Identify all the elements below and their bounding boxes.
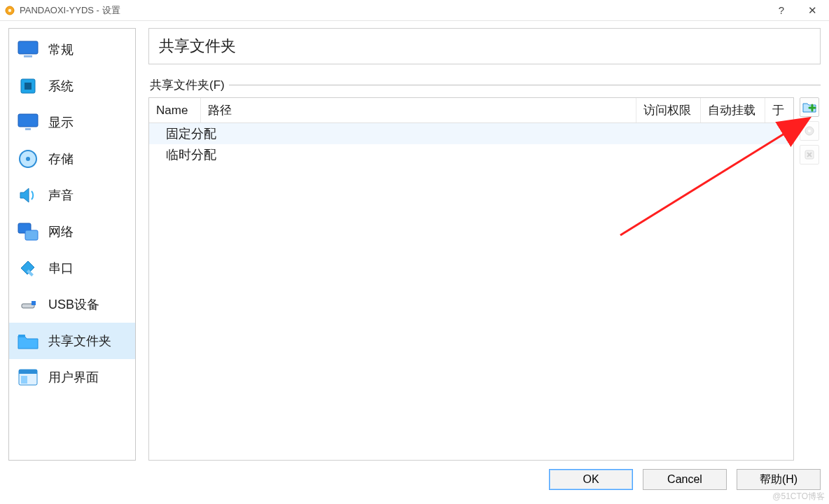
window-title: PANDAOXI-YYDS - 设置	[20, 4, 120, 17]
edit-folder-button	[800, 121, 819, 141]
svg-rect-15	[32, 301, 36, 305]
svg-rect-6	[18, 114, 38, 127]
col-at[interactable]: 于	[765, 98, 793, 122]
sidebar-item-serial[interactable]: 串口	[9, 250, 135, 286]
watermark: @51CTO博客	[772, 491, 825, 503]
svg-rect-2	[18, 41, 38, 54]
svg-rect-19	[21, 376, 27, 384]
col-path[interactable]: 路径	[201, 98, 636, 122]
col-automount[interactable]: 自动挂载	[701, 98, 765, 122]
cancel-button[interactable]: Cancel	[643, 469, 727, 490]
usb-icon	[16, 293, 40, 316]
disk-icon	[16, 147, 40, 171]
sidebar-item-label: 常规	[48, 41, 74, 58]
sidebar-item-audio[interactable]: 声音	[9, 177, 135, 214]
dialog-button-bar: OK Cancel 帮助(H)	[8, 461, 821, 490]
sidebar-item-display[interactable]: 显示	[9, 104, 135, 141]
legend-label: 共享文件夹(F)	[150, 77, 225, 93]
remove-folder-button	[800, 145, 819, 164]
sidebar-item-label: USB设备	[48, 296, 99, 313]
sidebar-item-label: 用户界面	[48, 369, 99, 386]
sidebar-item-label: 网络	[48, 223, 74, 240]
svg-rect-3	[24, 55, 32, 57]
sidebar-item-label: 声音	[48, 187, 74, 204]
ok-button[interactable]: OK	[549, 469, 633, 490]
svg-point-1	[8, 8, 11, 11]
titlebar: PANDAOXI-YYDS - 设置 ? ✕	[0, 0, 829, 21]
display-icon	[16, 111, 40, 134]
sidebar-item-usb[interactable]: USB设备	[9, 286, 135, 323]
help-button[interactable]: ?	[774, 4, 788, 17]
row-transient-folders[interactable]: 临时分配	[149, 144, 793, 165]
page-header: 共享文件夹	[148, 28, 821, 64]
sidebar-item-label: 系统	[48, 78, 74, 94]
sidebar-item-label: 串口	[48, 260, 74, 276]
sidebar-item-shared-folders[interactable]: 共享文件夹	[9, 323, 135, 359]
svg-rect-7	[25, 128, 31, 130]
svg-point-9	[26, 157, 30, 161]
add-folder-button[interactable]	[800, 97, 819, 117]
settings-sidebar: 常规 系统 显示 存储 声音	[8, 28, 136, 461]
folders-table: Name 路径 访问权限 自动挂载 于 固定分配 临时分配	[148, 97, 794, 461]
folders-area: Name 路径 访问权限 自动挂载 于 固定分配 临时分配	[148, 97, 821, 461]
sidebar-item-general[interactable]: 常规	[9, 31, 135, 68]
sidebar-item-label: 共享文件夹	[48, 332, 111, 349]
monitor-icon	[16, 38, 40, 62]
chip-icon	[16, 74, 40, 98]
sidebar-item-label: 存储	[48, 150, 74, 167]
shared-folders-group: 共享文件夹(F) Name 路径 访问权限 自动挂载 于 固定分配	[148, 71, 821, 461]
network-icon	[16, 220, 40, 244]
ui-icon	[16, 365, 40, 389]
table-header: Name 路径 访问权限 自动挂载 于	[149, 98, 793, 123]
folder-icon	[16, 329, 40, 353]
sidebar-item-ui[interactable]: 用户界面	[9, 359, 135, 396]
app-icon	[4, 5, 15, 16]
sidebar-item-label: 显示	[48, 114, 74, 131]
svg-rect-18	[19, 370, 37, 374]
close-button[interactable]: ✕	[805, 4, 819, 17]
page-title: 共享文件夹	[159, 36, 236, 57]
legend-line	[229, 85, 821, 85]
client-area: 常规 系统 显示 存储 声音	[0, 21, 829, 504]
sidebar-item-system[interactable]: 系统	[9, 68, 135, 104]
main-panel: 共享文件夹 共享文件夹(F) Name 路径 访问权限 自动挂载 于	[136, 28, 821, 461]
main-layout: 常规 系统 显示 存储 声音	[8, 28, 821, 461]
help-dialog-button[interactable]: 帮助(H)	[737, 469, 821, 490]
window-controls: ? ✕	[774, 4, 825, 17]
row-machine-folders[interactable]: 固定分配	[149, 123, 793, 144]
svg-rect-5	[25, 83, 32, 90]
col-access[interactable]: 访问权限	[636, 98, 701, 122]
sidebar-item-network[interactable]: 网络	[9, 214, 135, 250]
svg-point-23	[808, 130, 811, 132]
col-name[interactable]: Name	[149, 98, 201, 122]
table-body: 固定分配 临时分配	[149, 123, 793, 460]
sidebar-item-storage[interactable]: 存储	[9, 141, 135, 177]
svg-rect-16	[18, 335, 25, 337]
speaker-icon	[16, 183, 40, 207]
folder-action-buttons	[798, 97, 821, 461]
serial-port-icon	[16, 256, 40, 280]
sidebar-wrap: 常规 系统 显示 存储 声音	[8, 28, 136, 461]
svg-rect-11	[25, 230, 38, 240]
group-legend: 共享文件夹(F)	[150, 77, 821, 93]
